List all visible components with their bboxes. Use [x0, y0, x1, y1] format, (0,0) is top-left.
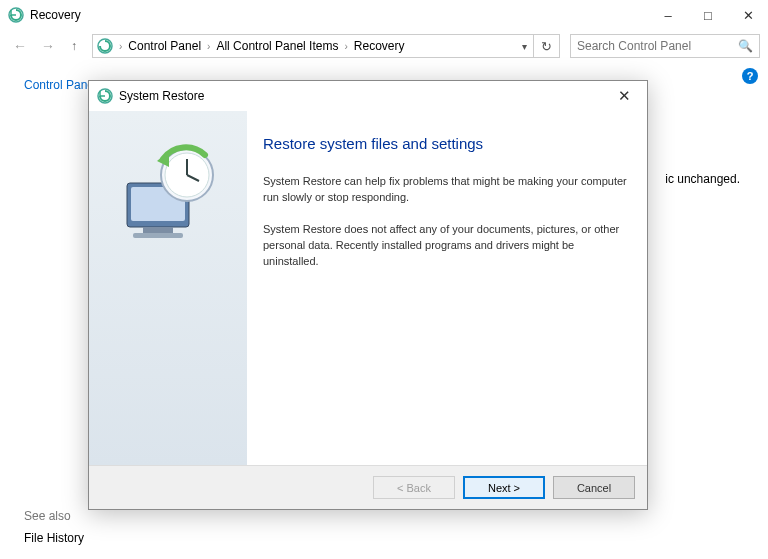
up-arrow-button[interactable]: ↑ [64, 36, 84, 56]
forward-arrow-button[interactable]: → [36, 34, 60, 58]
svg-rect-6 [133, 233, 183, 238]
dialog-close-button[interactable]: ✕ [609, 84, 639, 108]
dialog-paragraph: System Restore can help fix problems tha… [263, 174, 627, 206]
system-restore-icon [97, 88, 113, 104]
dialog-heading: Restore system files and settings [263, 135, 627, 152]
dialog-footer: < Back Next > Cancel [89, 465, 647, 509]
svg-rect-5 [143, 227, 173, 233]
help-icon[interactable]: ? [742, 68, 758, 84]
maximize-button[interactable]: □ [688, 1, 728, 29]
window-titlebar: Recovery – □ ✕ [0, 0, 768, 30]
breadcrumb[interactable]: › Control Panel › All Control Panel Item… [92, 34, 560, 58]
search-box[interactable]: 🔍 [570, 34, 760, 58]
dialog-titlebar: System Restore ✕ [89, 81, 647, 111]
dialog-paragraph: System Restore does not affect any of yo… [263, 222, 627, 270]
chevron-right-icon: › [119, 41, 122, 52]
dialog-title: System Restore [119, 89, 609, 103]
next-button[interactable]: Next > [463, 476, 545, 499]
dialog-sidebar [89, 111, 247, 465]
background-text: ic unchanged. [665, 172, 740, 186]
navigation-bar: ← → ↑ › Control Panel › All Control Pane… [0, 30, 768, 62]
system-restore-dialog: System Restore ✕ Restore sy [88, 80, 648, 510]
back-arrow-button[interactable]: ← [8, 34, 32, 58]
close-window-button[interactable]: ✕ [728, 1, 768, 29]
control-panel-icon [97, 38, 113, 54]
search-icon[interactable]: 🔍 [738, 39, 753, 53]
see-also-label: See also [24, 509, 71, 523]
chevron-right-icon: › [344, 41, 347, 52]
breadcrumb-item[interactable]: Recovery [354, 39, 405, 53]
cancel-button[interactable]: Cancel [553, 476, 635, 499]
minimize-button[interactable]: – [648, 1, 688, 29]
breadcrumb-dropdown-icon[interactable]: ▾ [522, 41, 527, 52]
back-button: < Back [373, 476, 455, 499]
chevron-right-icon: › [207, 41, 210, 52]
search-input[interactable] [577, 39, 738, 53]
file-history-link[interactable]: File History [24, 531, 84, 545]
system-restore-illustration [113, 139, 223, 244]
refresh-button[interactable]: ↻ [533, 35, 555, 57]
window-title: Recovery [30, 8, 648, 22]
recovery-app-icon [8, 7, 24, 23]
breadcrumb-item[interactable]: Control Panel [128, 39, 201, 53]
breadcrumb-item[interactable]: All Control Panel Items [216, 39, 338, 53]
dialog-content: Restore system files and settings System… [247, 111, 647, 465]
